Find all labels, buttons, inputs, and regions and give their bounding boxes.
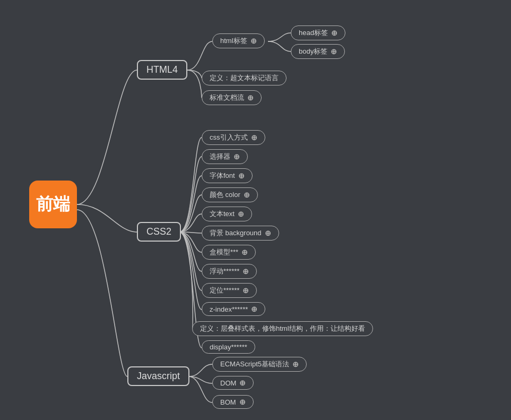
leaf-float-label: 浮动****** (210, 267, 239, 276)
leaf-zindex[interactable]: z-index****** ⊕ (202, 302, 265, 316)
leaf-head-tag[interactable]: head标签 ⊕ (291, 25, 345, 40)
leaf-selector-label: 选择器 (210, 152, 230, 161)
leaf-color-plus[interactable]: ⊕ (244, 191, 250, 199)
leaf-boxmodel-plus[interactable]: ⊕ (241, 248, 248, 256)
branch-css2[interactable]: CSS2 (137, 222, 181, 242)
leaf-dom[interactable]: DOM ⊕ (212, 376, 254, 390)
leaf-css-import-plus[interactable]: ⊕ (251, 133, 257, 142)
leaf-position[interactable]: 定位****** ⊕ (202, 283, 257, 298)
leaf-define-html: 定义：超文本标记语言 (202, 71, 287, 85)
leaf-zindex-label: z-index****** (210, 305, 248, 313)
leaf-head-tag-plus[interactable]: ⊕ (331, 29, 337, 37)
leaf-standard-flow-label: 标准文档流 (210, 93, 244, 102)
root-node[interactable]: 前端 (29, 181, 77, 228)
leaf-boxmodel[interactable]: 盒模型*** ⊕ (202, 245, 256, 260)
leaf-font-label: 字体font (210, 171, 235, 181)
leaf-color-label: 颜色 color (210, 190, 240, 200)
branch-javascript-label: Javascript (137, 371, 180, 381)
leaf-body-tag-label: body标签 (299, 47, 327, 56)
leaf-boxmodel-label: 盒模型*** (210, 247, 238, 257)
leaf-float[interactable]: 浮动****** ⊕ (202, 264, 257, 279)
leaf-html-tag-label: html标签 (220, 36, 247, 46)
leaf-selector-plus[interactable]: ⊕ (233, 152, 240, 161)
leaf-bom-label: BOM (220, 398, 236, 406)
branch-javascript[interactable]: Javascript (127, 366, 189, 386)
leaf-display: display****** (202, 340, 255, 354)
leaf-background[interactable]: 背景 background ⊕ (202, 226, 279, 241)
leaf-html-tag-plus[interactable]: ⊕ (250, 37, 257, 45)
leaf-bom-plus[interactable]: ⊕ (239, 398, 246, 406)
leaf-css-import[interactable]: css引入方式 ⊕ (202, 130, 265, 145)
leaf-color[interactable]: 颜色 color ⊕ (202, 187, 258, 202)
leaf-text[interactable]: 文本text ⊕ (202, 207, 252, 221)
leaf-position-plus[interactable]: ⊕ (242, 286, 249, 295)
leaf-text-plus[interactable]: ⊕ (238, 210, 244, 218)
leaf-dom-plus[interactable]: ⊕ (239, 379, 246, 387)
leaf-standard-flow-plus[interactable]: ⊕ (247, 93, 254, 102)
leaf-define-html-label: 定义：超文本标记语言 (210, 73, 279, 83)
leaf-float-plus[interactable]: ⊕ (242, 267, 249, 276)
leaf-display-label: display****** (210, 343, 247, 351)
mind-map: 前端 HTML4 CSS2 Javascript html标签 ⊕ head标签… (0, 0, 511, 420)
leaf-ecma[interactable]: ECMAScript5基础语法 ⊕ (212, 357, 307, 372)
leaf-body-tag-plus[interactable]: ⊕ (331, 47, 337, 56)
leaf-selector[interactable]: 选择器 ⊕ (202, 149, 248, 164)
leaf-position-label: 定位****** (210, 286, 239, 295)
leaf-standard-flow[interactable]: 标准文档流 ⊕ (202, 90, 262, 105)
branch-html4[interactable]: HTML4 (137, 60, 187, 80)
leaf-define-css: 定义：层叠样式表，修饰html结构，作用：让结构好看 (192, 321, 373, 336)
leaf-dom-label: DOM (220, 379, 236, 387)
leaf-font[interactable]: 字体font ⊕ (202, 168, 253, 183)
root-label: 前端 (36, 193, 70, 216)
leaf-zindex-plus[interactable]: ⊕ (251, 305, 257, 313)
leaf-font-plus[interactable]: ⊕ (238, 172, 245, 180)
leaf-background-label: 背景 background (210, 228, 262, 238)
leaf-define-css-label: 定义：层叠样式表，修饰html结构，作用：让结构好看 (200, 324, 365, 333)
leaf-head-tag-label: head标签 (299, 28, 328, 38)
leaf-body-tag[interactable]: body标签 ⊕ (291, 44, 345, 59)
leaf-background-plus[interactable]: ⊕ (265, 229, 271, 237)
leaf-bom[interactable]: BOM ⊕ (212, 395, 254, 409)
branch-css2-label: CSS2 (146, 226, 171, 237)
leaf-text-label: 文本text (210, 209, 235, 219)
leaf-ecma-plus[interactable]: ⊕ (292, 360, 299, 368)
branch-html4-label: HTML4 (146, 64, 178, 75)
leaf-css-import-label: css引入方式 (210, 133, 248, 142)
leaf-ecma-label: ECMAScript5基础语法 (220, 359, 289, 369)
leaf-html-tag[interactable]: html标签 ⊕ (212, 33, 265, 48)
